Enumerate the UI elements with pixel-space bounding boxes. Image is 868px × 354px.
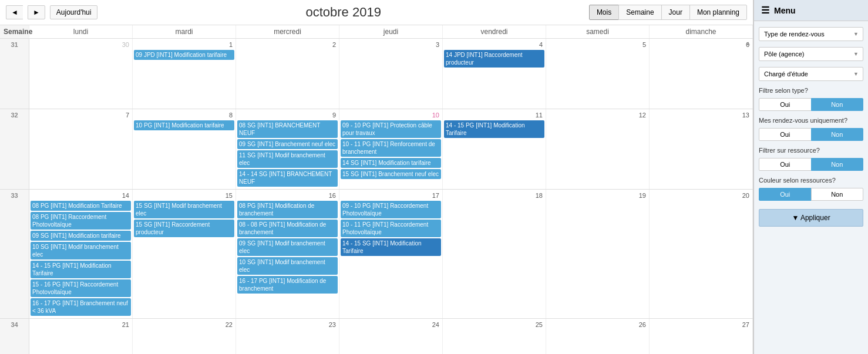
day-cell-oct1: 1 09 JPD [INT1] Modification tarifaire: [133, 39, 236, 109]
event[interactable]: 10 SG [INT1] Modif branchement elec: [31, 242, 131, 259]
day-cell-oct5: 5: [546, 39, 650, 109]
apply-button[interactable]: ▼ Appliquer: [759, 209, 863, 227]
day-num: 19: [547, 191, 648, 201]
event[interactable]: 08 - 08 PG [INT1] Modification de branch…: [237, 220, 338, 237]
event[interactable]: 15 SG [INT1] Modif branchement elec: [134, 201, 234, 218]
day-num: 14: [31, 191, 131, 201]
day-num: 27: [651, 320, 751, 330]
day-cell-oct3: 3: [339, 39, 443, 109]
charge-select-wrapper: Chargé d'étude: [759, 67, 863, 81]
day-cell-oct4: 4 14 JPD [INT1] Raccordement producteur: [443, 39, 546, 109]
filter-type-toggle-group: Filtre selon type? Oui Non: [759, 87, 863, 111]
day-cell-oct15: 15 15 SG [INT1] Modif branchement elec 1…: [133, 190, 236, 318]
charge-select[interactable]: Chargé d'étude: [759, 67, 863, 81]
day-num: 22: [134, 320, 234, 330]
filter-ressource-toggle-group: Filtrer sur ressource? Oui Non: [759, 147, 863, 171]
week-row-31: 31 30 1 09 JPD [INT1] Modification tarif…: [0, 39, 753, 109]
event[interactable]: 10 PG [INT1] Modification tarifaire: [134, 120, 234, 130]
event[interactable]: 09 SG [INT1] Modif branchement elec: [237, 238, 338, 256]
event[interactable]: 14 - 15 PG [INT1] Modification Tarifaire: [444, 120, 544, 138]
filter-type-question: Filtre selon type?: [759, 87, 863, 94]
event[interactable]: 14 SG [INT1] Modification tarifaire: [341, 158, 441, 168]
today-button[interactable]: Aujourd'hui: [50, 5, 98, 19]
calendar-body: 31 30 1 09 JPD [INT1] Modification tarif…: [0, 39, 753, 354]
event[interactable]: 10 - 11 PG [INT1] Renforcement de branch…: [341, 139, 441, 157]
calendar-title: octobre 2019: [102, 5, 584, 20]
day-cell-oct26: 26: [546, 319, 650, 354]
day-cell-oct12: 12: [546, 109, 650, 189]
filter-ressource-non-button[interactable]: Non: [811, 158, 864, 171]
event[interactable]: 14 JPD [INT1] Raccordement producteur: [444, 50, 544, 68]
day-num: 8: [134, 110, 234, 120]
event[interactable]: 16 - 17 PG [INT1] Branchement neuf < 36 …: [31, 298, 131, 316]
pole-select[interactable]: Pôle (agence): [759, 47, 863, 61]
week-row-34: 34 21 22 23 24 25 26: [0, 319, 753, 354]
day-num: 1: [134, 40, 234, 50]
calendar-grid: Semaine lundi mardi mercredi jeudi vendr…: [0, 25, 753, 354]
day-cell-oct7: 7: [29, 109, 133, 189]
event[interactable]: 08 PG [INT1] Modification de branchement: [237, 201, 338, 218]
day-cell-oct17: 17 09 - 10 PG [INT1] Raccordement Photov…: [339, 190, 443, 318]
filter-rdv-non-button[interactable]: Non: [811, 128, 864, 141]
event[interactable]: 08 SG [INT1] BRANCHEMENT NEUF: [237, 120, 338, 138]
filter-ressource-toggle: Oui Non: [759, 158, 863, 171]
event[interactable]: 11 SG [INT1] Modif branchement elec: [237, 150, 338, 168]
day-num: 13: [651, 110, 751, 120]
filter-type-oui-button[interactable]: Oui: [759, 98, 812, 111]
sidebar-header: ☰ Menu: [754, 0, 868, 21]
day-num: 3: [341, 40, 441, 50]
day-num: 5: [547, 40, 648, 50]
day-cell-oct6: 6 ▲: [650, 39, 753, 109]
view-planning-button[interactable]: Mon planning: [689, 5, 747, 20]
event[interactable]: 14 - 15 SG [INT1] Modification Tarifaire: [341, 238, 441, 256]
filter-couleur-non-button[interactable]: Non: [811, 188, 864, 201]
event[interactable]: 15 - 16 PG [INT1] Raccordement Photovolt…: [31, 279, 131, 297]
event[interactable]: 09 - 10 PG [INT1] Raccordement Photovolt…: [341, 201, 441, 218]
day-num: 17: [341, 191, 441, 201]
filter-couleur-question: Couleur selon ressources?: [759, 177, 863, 184]
event[interactable]: 16 - 17 PG [INT1] Modification de branch…: [237, 276, 338, 294]
day-cell-oct24: 24: [339, 319, 443, 354]
event[interactable]: 10 - 11 PG [INT1] Raccordement Photovolt…: [341, 220, 441, 237]
event[interactable]: 09 JPD [INT1] Modification tarifaire: [134, 50, 234, 60]
day-cell-oct20: 20: [650, 190, 753, 318]
sidebar-title: Menu: [774, 6, 796, 15]
filter-rdv-oui-button[interactable]: Oui: [759, 128, 812, 141]
event[interactable]: 09 - 10 PG [INT1] Protection câble pour …: [341, 120, 441, 138]
event[interactable]: 08 PG [INT1] Modification Tarifaire: [31, 201, 131, 211]
event[interactable]: 10 SG [INT1] Modif branchement elec: [237, 257, 338, 275]
day-cell-oct23: 23: [236, 319, 339, 354]
view-semaine-button[interactable]: Semaine: [618, 5, 661, 20]
day-num: 10: [341, 110, 441, 120]
col-mardi: mardi: [133, 25, 236, 38]
event[interactable]: 08 PG [INT1] Raccordement Photovoltaïque: [31, 212, 131, 230]
col-mercredi: mercredi: [236, 25, 339, 38]
day-num: 4: [444, 40, 544, 50]
day-cell-oct10: 10 09 - 10 PG [INT1] Protection câble po…: [339, 109, 443, 189]
event[interactable]: 15 SG [INT1] Branchement neuf elec: [341, 169, 441, 179]
type-select[interactable]: Type de rendez-vous: [759, 27, 863, 41]
day-cell-oct21: 21: [29, 319, 133, 354]
filter-ressource-oui-button[interactable]: Oui: [759, 158, 812, 171]
event[interactable]: 14 - 15 PG [INT1] Modification Tarifaire: [31, 261, 131, 278]
event[interactable]: 14 - 14 SG [INT1] BRANCHEMENT NEUF: [237, 169, 338, 187]
day-num: 2: [237, 40, 338, 50]
day-num: 18: [444, 191, 544, 201]
filter-type-group: Type de rendez-vous: [759, 27, 863, 41]
scroll-up-icon: ▲: [745, 40, 751, 46]
next-button[interactable]: ►: [28, 5, 45, 19]
event[interactable]: 15 SG [INT1] Raccordement producteur: [134, 220, 234, 237]
filter-ressource-question: Filtrer sur ressource?: [759, 147, 863, 154]
day-cell-oct19: 19: [546, 190, 650, 318]
event[interactable]: 09 SG [INT1] Modification tarifaire: [31, 231, 131, 241]
day-cell-oct16: 16 08 PG [INT1] Modification de branchem…: [236, 190, 339, 318]
col-lundi: lundi: [29, 25, 133, 38]
event[interactable]: 09 SG [INT1] Branchement neuf elec: [237, 139, 338, 149]
view-mois-button[interactable]: Mois: [589, 5, 619, 20]
filter-couleur-oui-button[interactable]: Oui: [759, 188, 812, 201]
view-jour-button[interactable]: Jour: [661, 5, 690, 20]
column-headers: Semaine lundi mardi mercredi jeudi vendr…: [0, 25, 753, 39]
view-buttons: Mois Semaine Jour Mon planning: [589, 5, 747, 20]
filter-type-non-button[interactable]: Non: [811, 98, 864, 111]
prev-button[interactable]: ◄: [6, 5, 23, 19]
